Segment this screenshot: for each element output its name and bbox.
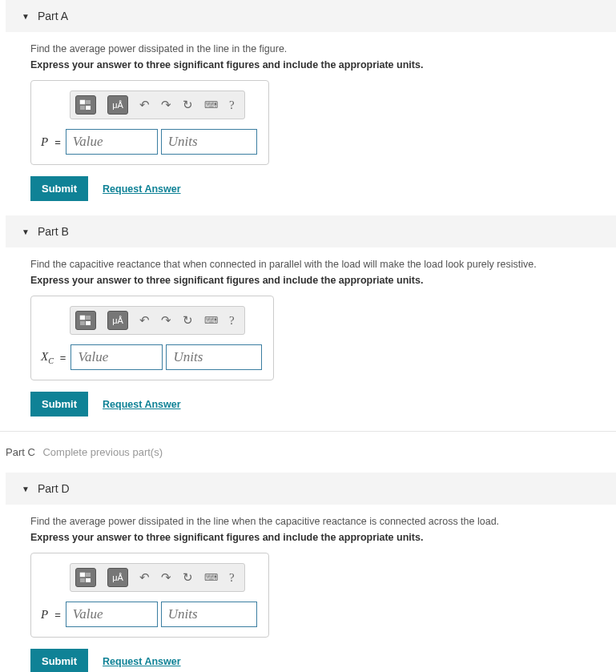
undo-icon[interactable]: ↶	[139, 313, 150, 328]
svg-rect-2	[80, 106, 85, 110]
svg-rect-6	[80, 321, 85, 325]
redo-icon[interactable]: ↷	[161, 570, 171, 585]
request-answer-link[interactable]: Request Answer	[103, 399, 180, 410]
part-c-title: Part C	[6, 446, 35, 458]
svg-rect-1	[86, 100, 91, 104]
equals-label: =	[54, 136, 61, 148]
value-input[interactable]	[66, 129, 158, 155]
part-a-section: ▼ Part A Find the average power dissipat…	[0, 0, 616, 209]
undo-icon[interactable]: ↶	[139, 98, 150, 112]
undo-icon[interactable]: ↶	[139, 570, 150, 585]
part-b-body: Find the capacitive reactance that when …	[0, 247, 616, 425]
template-button[interactable]	[75, 311, 96, 330]
special-char-button[interactable]: μÅ	[107, 568, 128, 587]
special-char-button[interactable]: μÅ	[107, 311, 128, 330]
part-d-prompt: Find the average power dissipated in the…	[30, 516, 616, 527]
help-icon[interactable]: ?	[229, 571, 235, 585]
template-button[interactable]	[75, 95, 96, 115]
part-d-instruction: Express your answer to three significant…	[30, 532, 616, 543]
collapse-arrow-icon: ▼	[22, 485, 30, 493]
formula-toolbar: μÅ ↶ ↷ ↻ ⌨ ?	[70, 306, 245, 335]
part-c-locked: Part C Complete previous part(s)	[0, 431, 616, 473]
svg-rect-11	[86, 578, 91, 582]
request-answer-link[interactable]: Request Answer	[103, 656, 180, 667]
equals-label: =	[54, 609, 61, 621]
actions-row: Submit Request Answer	[30, 649, 616, 672]
svg-rect-5	[86, 316, 91, 320]
svg-rect-8	[80, 573, 85, 577]
equals-label: =	[60, 352, 66, 364]
variable-label: P	[41, 135, 48, 149]
part-a-instruction: Express your answer to three significant…	[30, 59, 616, 70]
answer-box: μÅ ↶ ↷ ↻ ⌨ ? P =	[30, 553, 269, 638]
part-a-prompt: Find the average power dissipated in the…	[30, 43, 616, 54]
actions-row: Submit Request Answer	[30, 392, 616, 416]
input-row: XC =	[41, 344, 262, 370]
part-a-header[interactable]: ▼ Part A	[6, 0, 616, 32]
reset-icon[interactable]: ↻	[183, 570, 193, 585]
special-char-button[interactable]: μÅ	[107, 95, 128, 115]
formula-toolbar: μÅ ↶ ↷ ↻ ⌨ ?	[70, 91, 245, 119]
keyboard-icon[interactable]: ⌨	[204, 99, 218, 111]
part-d-header[interactable]: ▼ Part D	[6, 473, 616, 505]
units-input[interactable]	[161, 602, 257, 627]
variable-label: XC	[41, 350, 54, 365]
part-b-header[interactable]: ▼ Part B	[6, 215, 616, 247]
request-answer-link[interactable]: Request Answer	[103, 183, 180, 195]
submit-button[interactable]: Submit	[30, 392, 88, 416]
answer-box: μÅ ↶ ↷ ↻ ⌨ ? P =	[30, 80, 269, 165]
part-b-instruction: Express your answer to three significant…	[30, 275, 616, 286]
collapse-arrow-icon: ▼	[22, 227, 30, 236]
redo-icon[interactable]: ↷	[161, 313, 171, 328]
part-d-title: Part D	[38, 482, 70, 495]
answer-box: μÅ ↶ ↷ ↻ ⌨ ? XC =	[30, 296, 274, 380]
units-input[interactable]	[161, 129, 257, 155]
keyboard-icon[interactable]: ⌨	[204, 315, 218, 326]
part-b-section: ▼ Part B Find the capacitive reactance t…	[0, 215, 616, 425]
part-a-title: Part A	[38, 10, 68, 22]
variable-subscript: C	[48, 356, 54, 365]
units-input[interactable]	[166, 344, 262, 370]
value-input[interactable]	[66, 602, 158, 627]
template-icon	[79, 99, 92, 111]
template-button[interactable]	[75, 568, 96, 587]
submit-button[interactable]: Submit	[30, 649, 88, 672]
keyboard-icon[interactable]: ⌨	[204, 572, 218, 583]
part-d-section: ▼ Part D Find the average power dissipat…	[0, 473, 616, 672]
reset-icon[interactable]: ↻	[183, 313, 193, 328]
part-c-msg: Complete previous part(s)	[42, 446, 163, 458]
value-input[interactable]	[70, 344, 163, 370]
template-icon	[79, 572, 92, 583]
part-b-title: Part B	[38, 225, 69, 238]
part-b-prompt: Find the capacitive reactance that when …	[30, 259, 616, 270]
actions-row: Submit Request Answer	[30, 176, 616, 201]
input-row: P =	[41, 129, 257, 155]
submit-button[interactable]: Submit	[30, 176, 88, 201]
svg-rect-0	[80, 100, 85, 104]
variable-label: P	[41, 608, 48, 622]
help-icon[interactable]: ?	[229, 314, 235, 328]
svg-rect-4	[80, 316, 85, 320]
template-icon	[79, 315, 92, 326]
redo-icon[interactable]: ↷	[161, 98, 171, 112]
variable-base: X	[41, 350, 48, 363]
collapse-arrow-icon: ▼	[22, 12, 30, 21]
svg-rect-7	[86, 321, 91, 325]
svg-rect-3	[86, 106, 91, 110]
svg-rect-10	[80, 578, 85, 582]
part-d-body: Find the average power dissipated in the…	[0, 505, 616, 672]
svg-rect-9	[86, 573, 91, 577]
formula-toolbar: μÅ ↶ ↷ ↻ ⌨ ?	[70, 563, 245, 592]
input-row: P =	[41, 602, 257, 627]
reset-icon[interactable]: ↻	[183, 98, 193, 112]
part-a-body: Find the average power dissipated in the…	[0, 32, 616, 209]
help-icon[interactable]: ?	[229, 99, 235, 112]
